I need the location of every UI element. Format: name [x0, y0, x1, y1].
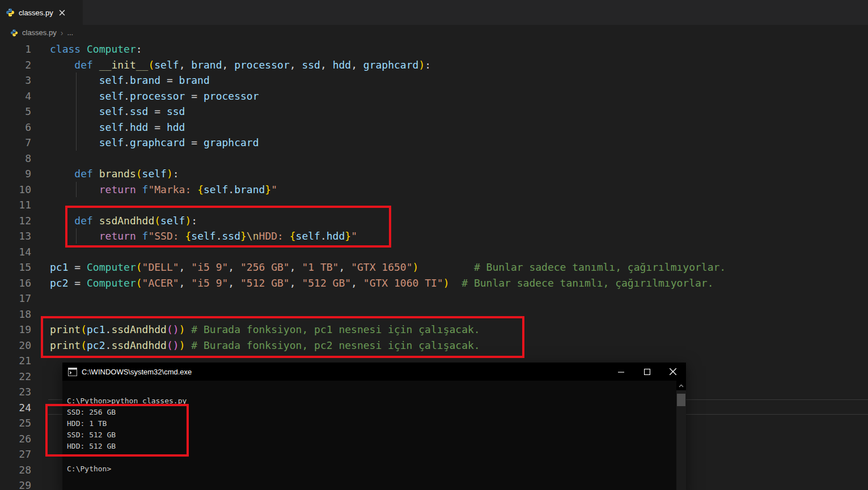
code-line-19[interactable]: 19print(pc1.ssdAndhdd()) # Burada fonksi…: [0, 322, 868, 338]
code-line-17[interactable]: 17: [0, 291, 868, 306]
code-line-6[interactable]: 6 self.hdd = hdd: [0, 120, 868, 135]
line-number: 18: [0, 306, 31, 322]
tab-classes-py[interactable]: classes.py: [0, 0, 83, 25]
line-number: 14: [0, 244, 31, 260]
line-number: 27: [0, 446, 31, 462]
line-number: 25: [0, 415, 31, 431]
code-text: self.hdd = hdd: [50, 120, 185, 135]
code-line-14[interactable]: 14: [0, 244, 868, 260]
cmd-window[interactable]: C:\WINDOWS\system32\cmd.exe C:\Python>py…: [62, 363, 686, 490]
line-number: 26: [0, 431, 31, 447]
tab-label: classes.py: [19, 8, 53, 17]
code-line-10[interactable]: 10 return f"Marka: {self.brand}": [0, 182, 868, 198]
code-line-4[interactable]: 4 self.processor = processor: [0, 88, 868, 104]
terminal-line: SSD: 256 GB: [67, 407, 672, 418]
vscode-window: classes.py classes.py › ... 1class Compu…: [0, 0, 868, 490]
line-number: 5: [0, 104, 31, 120]
terminal-output: C:\Python>python classes.pySSD: 256 GBHD…: [67, 395, 672, 475]
code-text: def brands(self):: [50, 166, 179, 182]
code-line-7[interactable]: 7 self.graphcard = graphcard: [0, 135, 868, 151]
terminal-line: SSD: 512 GB: [67, 429, 672, 441]
line-number: 8: [0, 151, 31, 167]
terminal-line: HDD: 512 GB: [67, 441, 672, 452]
line-number: 2: [0, 57, 31, 73]
code-text: pc2 = Computer("ACER", "i5 9", "512 GB",…: [50, 275, 714, 291]
line-number: 9: [0, 166, 31, 182]
line-number: 13: [0, 228, 31, 244]
code-line-12[interactable]: 12 def ssdAndhdd(self):: [0, 213, 868, 229]
cmd-terminal[interactable]: C:\Python>python classes.pySSD: 256 GBHD…: [62, 381, 686, 490]
code-line-15[interactable]: 15pc1 = Computer("DELL", "i5 9", "256 GB…: [0, 259, 868, 275]
line-number: 19: [0, 322, 31, 338]
line-number: 15: [0, 259, 31, 275]
code-line-20[interactable]: 20print(pc2.ssdAndhdd()) # Burada fonksi…: [0, 338, 868, 353]
cmd-app-icon: [68, 368, 77, 376]
line-number: 28: [0, 462, 31, 478]
code-text: return f"SSD: {self.ssd}\nHDD: {self.hdd…: [50, 228, 357, 244]
minimize-icon[interactable]: [608, 363, 634, 381]
line-number: 17: [0, 291, 31, 306]
code-line-16[interactable]: 16pc2 = Computer("ACER", "i5 9", "512 GB…: [0, 275, 868, 291]
line-number: 23: [0, 384, 31, 400]
line-number: 3: [0, 73, 31, 88]
line-number: 1: [0, 41, 31, 57]
line-number: 22: [0, 369, 31, 385]
line-number: 4: [0, 88, 31, 104]
code-text: def ssdAndhdd(self):: [50, 213, 197, 229]
tab-close-icon[interactable]: [57, 7, 67, 18]
line-number: 12: [0, 213, 31, 229]
breadcrumb-file[interactable]: classes.py: [22, 28, 57, 37]
close-icon[interactable]: [660, 363, 686, 381]
line-number: 20: [0, 338, 31, 353]
cmd-window-controls: [608, 363, 686, 381]
cmd-window-title: C:\WINDOWS\system32\cmd.exe: [82, 368, 603, 376]
code-line-1[interactable]: 1class Computer:: [0, 41, 868, 57]
scrollbar-up-icon[interactable]: [676, 381, 686, 390]
scrollbar-thumb[interactable]: [677, 394, 685, 406]
code-text: class Computer:: [50, 41, 142, 57]
line-number: 6: [0, 120, 31, 135]
breadcrumb-ellipsis[interactable]: ...: [67, 28, 73, 37]
tab-bar: classes.py: [0, 0, 868, 25]
python-file-icon: [6, 8, 15, 17]
code-text: def __init__(self, brand, processor, ssd…: [50, 57, 431, 73]
line-number: 24: [0, 400, 31, 416]
terminal-line: C:\Python>python classes.py: [67, 395, 672, 407]
code-line-5[interactable]: 5 self.ssd = ssd: [0, 104, 868, 120]
breadcrumb-separator-icon: ›: [61, 28, 63, 37]
cmd-titlebar[interactable]: C:\WINDOWS\system32\cmd.exe: [62, 363, 686, 381]
breadcrumb[interactable]: classes.py › ...: [0, 25, 868, 40]
code-line-8[interactable]: 8: [0, 151, 868, 167]
code-text: print(pc1.ssdAndhdd()) # Burada fonksiyo…: [50, 322, 480, 338]
code-text: self.ssd = ssd: [50, 104, 185, 120]
line-number: 7: [0, 135, 31, 151]
code-text: self.brand = brand: [50, 73, 210, 88]
code-text: self.processor = processor: [50, 88, 259, 104]
code-line-18[interactable]: 18: [0, 306, 868, 322]
code-line-9[interactable]: 9 def brands(self):: [0, 166, 868, 182]
line-number: 29: [0, 478, 31, 490]
line-number: 11: [0, 197, 31, 213]
maximize-icon[interactable]: [634, 363, 660, 381]
code-line-2[interactable]: 2 def __init__(self, brand, processor, s…: [0, 57, 868, 73]
code-text: pc1 = Computer("DELL", "i5 9", "256 GB",…: [50, 259, 726, 275]
python-file-icon-small: [10, 29, 18, 37]
line-number: 16: [0, 275, 31, 291]
code-text: return f"Marka: {self.brand}": [50, 182, 277, 198]
terminal-line: [67, 452, 672, 463]
code-text: self.graphcard = graphcard: [50, 135, 259, 151]
code-line-3[interactable]: 3 self.brand = brand: [0, 73, 868, 88]
cmd-scrollbar[interactable]: [676, 381, 686, 490]
line-number: 21: [0, 353, 31, 369]
code-line-11[interactable]: 11: [0, 197, 868, 213]
line-number: 10: [0, 182, 31, 198]
code-text: print(pc2.ssdAndhdd()) # Burada fonksiyo…: [50, 338, 480, 353]
terminal-line: HDD: 1 TB: [67, 418, 672, 429]
code-line-13[interactable]: 13 return f"SSD: {self.ssd}\nHDD: {self.…: [0, 228, 868, 244]
terminal-line: C:\Python>: [67, 463, 672, 475]
